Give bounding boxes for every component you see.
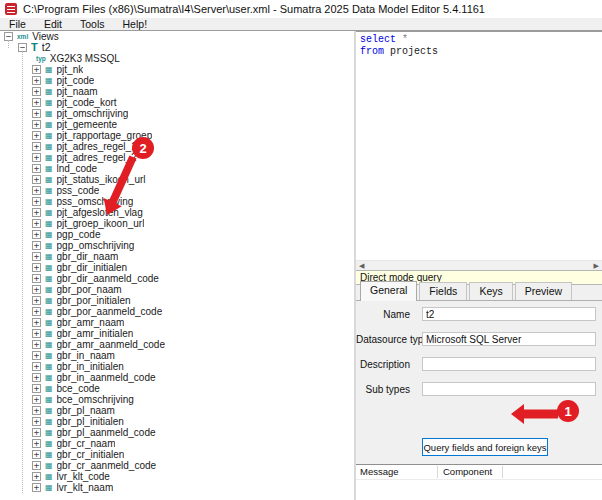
- tree-item-field[interactable]: +▦pgp_code: [0, 229, 354, 240]
- datasource-type-field[interactable]: [422, 332, 596, 346]
- expand-icon[interactable]: +: [32, 417, 41, 426]
- tree-item-field[interactable]: +▦gbr_por_initialen: [0, 295, 354, 306]
- expand-icon[interactable]: +: [32, 307, 41, 316]
- expand-icon[interactable]: +: [32, 384, 41, 393]
- tree-item-field[interactable]: +▦gbr_pl_aanmeld_code: [0, 427, 354, 438]
- tree-item-field[interactable]: +▦gbr_in_naam: [0, 350, 354, 361]
- expand-icon[interactable]: +: [32, 208, 41, 217]
- tree-item-field[interactable]: +▦gbr_por_aanmeld_code: [0, 306, 354, 317]
- expand-icon[interactable]: +: [32, 439, 41, 448]
- tree-item-field[interactable]: +▦gbr_cr_naam: [0, 438, 354, 449]
- tree-item-field[interactable]: +▦pjt_code_kort: [0, 97, 354, 108]
- expand-icon[interactable]: +: [32, 87, 41, 96]
- expand-icon[interactable]: +: [32, 461, 41, 470]
- expand-icon[interactable]: +: [32, 120, 41, 129]
- menu-help[interactable]: Help!: [114, 18, 157, 30]
- tree-item-field[interactable]: +▦gbr_por_naam: [0, 284, 354, 295]
- tree-item-field[interactable]: +▦gbr_cr_initialen: [0, 449, 354, 460]
- tree-item-field[interactable]: +▦pjt_adres_regel_1: [0, 141, 354, 152]
- tree-item-field[interactable]: +▦lnd_code: [0, 163, 354, 174]
- expand-icon[interactable]: +: [32, 142, 41, 151]
- expand-icon[interactable]: +: [32, 351, 41, 360]
- expand-icon[interactable]: +: [32, 428, 41, 437]
- expand-icon[interactable]: +: [32, 483, 41, 492]
- tree-item-field[interactable]: +▦pjt_naam: [0, 86, 354, 97]
- tree-item-field[interactable]: +▦pjt_omschrijving: [0, 108, 354, 119]
- tab-preview[interactable]: Preview: [515, 282, 572, 300]
- tree-item-views[interactable]: −xmlViews: [0, 31, 354, 42]
- sql-query-editor[interactable]: select * from projects: [356, 32, 602, 260]
- expand-icon[interactable]: +: [32, 296, 41, 305]
- tree-item-field[interactable]: +▦gbr_pl_naam: [0, 405, 354, 416]
- expand-icon[interactable]: +: [32, 186, 41, 195]
- column-separator[interactable]: [502, 466, 503, 478]
- expand-icon[interactable]: +: [32, 98, 41, 107]
- expand-icon[interactable]: +: [32, 274, 41, 283]
- tree-item-field[interactable]: +▦gbr_dir_naam: [0, 251, 354, 262]
- tree-item-field[interactable]: +▦pjt_status_ikoon_url: [0, 174, 354, 185]
- tree-item-field[interactable]: +▦bce_omschrijving: [0, 394, 354, 405]
- tree-item-field[interactable]: +▦pjt_groep_ikoon_url: [0, 218, 354, 229]
- tree-item-field[interactable]: +▦bce_code: [0, 383, 354, 394]
- column-separator[interactable]: [437, 466, 438, 478]
- tree-item-field[interactable]: +▦pjt_gemeente: [0, 119, 354, 130]
- tree-connector-line: [22, 51, 23, 493]
- expand-icon[interactable]: +: [32, 230, 41, 239]
- description-field[interactable]: [422, 357, 596, 371]
- tree-item-field[interactable]: +▦lvr_klt_code: [0, 471, 354, 482]
- tree-item-field[interactable]: +▦pjt_afgesloten_vlag: [0, 207, 354, 218]
- tree-item-datasource-type[interactable]: typXG2K3 MSSQL: [0, 53, 354, 64]
- expand-icon[interactable]: +: [32, 241, 41, 250]
- expand-icon[interactable]: +: [32, 329, 41, 338]
- expand-icon[interactable]: +: [32, 252, 41, 261]
- tree-item-field[interactable]: +▦gbr_cr_aanmeld_code: [0, 460, 354, 471]
- tree-item-field[interactable]: +▦gbr_dir_initialen: [0, 262, 354, 273]
- tree-item-field[interactable]: +▦pgp_omschrijving: [0, 240, 354, 251]
- tree-item-field[interactable]: +▦gbr_amr_aanmeld_code: [0, 339, 354, 350]
- expand-icon[interactable]: +: [32, 285, 41, 294]
- expand-icon[interactable]: +: [32, 263, 41, 272]
- column-header-message[interactable]: Message: [360, 465, 399, 479]
- name-field[interactable]: [422, 307, 596, 321]
- tree-item-field[interactable]: +▦pjt_code: [0, 75, 354, 86]
- query-fields-button[interactable]: Query fields and foreign keys: [422, 438, 548, 456]
- sub-types-field[interactable]: [422, 382, 596, 396]
- tree-item-field[interactable]: +▦gbr_dir_aanmeld_code: [0, 273, 354, 284]
- expand-icon[interactable]: +: [32, 318, 41, 327]
- menu-tools[interactable]: Tools: [71, 18, 114, 30]
- tree-item-table-t2[interactable]: −Tt2: [0, 42, 354, 53]
- tree-item-field[interactable]: +▦pjt_adres_regel_2: [0, 152, 354, 163]
- tree-item-field[interactable]: +▦pss_omschrijving: [0, 196, 354, 207]
- expand-icon[interactable]: +: [32, 153, 41, 162]
- expand-icon[interactable]: +: [32, 131, 41, 140]
- tree-item-field[interactable]: +▦lvr_klt_naam: [0, 482, 354, 493]
- tree-item-field[interactable]: +▦gbr_pl_initialen: [0, 416, 354, 427]
- tree-item-field[interactable]: +▦gbr_amr_initialen: [0, 328, 354, 339]
- expand-icon[interactable]: +: [32, 362, 41, 371]
- tree-item-field[interactable]: +▦gbr_in_aanmeld_code: [0, 372, 354, 383]
- tree-item-field[interactable]: +▦gbr_in_initialen: [0, 361, 354, 372]
- expand-icon[interactable]: +: [32, 373, 41, 382]
- expand-icon[interactable]: +: [32, 164, 41, 173]
- menu-edit[interactable]: Edit: [35, 18, 71, 30]
- expand-icon[interactable]: +: [32, 197, 41, 206]
- expand-icon[interactable]: +: [32, 109, 41, 118]
- tab-general[interactable]: General: [360, 281, 417, 301]
- expand-icon[interactable]: +: [32, 175, 41, 184]
- tree-item-field[interactable]: +▦pjt_rapportage_groep: [0, 130, 354, 141]
- expand-icon[interactable]: +: [32, 340, 41, 349]
- menu-file[interactable]: File: [0, 18, 35, 30]
- expand-icon[interactable]: +: [32, 450, 41, 459]
- tree-item-field[interactable]: +▦pss_code: [0, 185, 354, 196]
- tab-fields[interactable]: Fields: [419, 282, 467, 300]
- expand-icon[interactable]: +: [32, 395, 41, 404]
- tree-item-field[interactable]: +▦pjt_nk: [0, 64, 354, 75]
- expand-icon[interactable]: +: [32, 76, 41, 85]
- column-header-component[interactable]: Component: [443, 465, 492, 479]
- expand-icon[interactable]: +: [32, 219, 41, 228]
- expand-icon[interactable]: +: [32, 406, 41, 415]
- tab-keys[interactable]: Keys: [469, 282, 512, 300]
- expand-icon[interactable]: +: [32, 65, 41, 74]
- expand-icon[interactable]: +: [32, 472, 41, 481]
- tree-item-field[interactable]: +▦gbr_amr_naam: [0, 317, 354, 328]
